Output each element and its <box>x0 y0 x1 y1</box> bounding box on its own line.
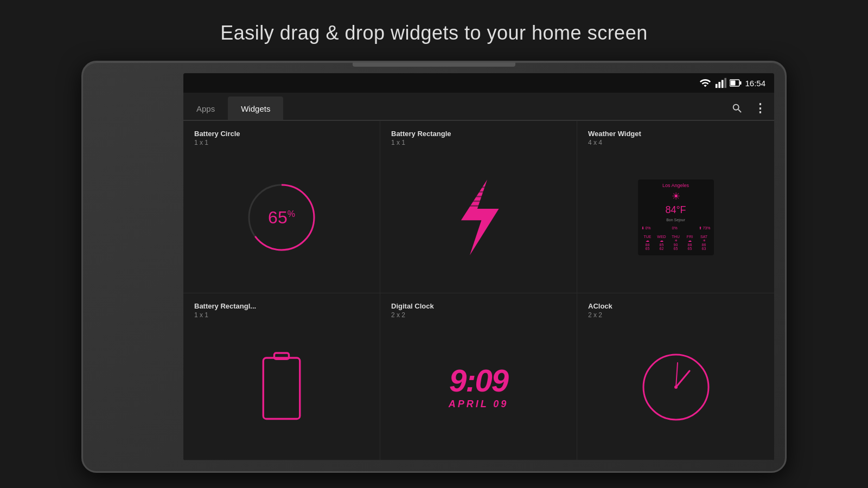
more-options-icon[interactable]: ⋮ <box>754 101 765 115</box>
widget-cell-battery-circle[interactable]: Battery Circle 1 x 1 65% <box>183 121 380 293</box>
digital-clock-date: APRIL 09 <box>449 399 509 410</box>
svg-rect-6 <box>731 81 736 86</box>
svg-rect-1 <box>719 82 721 88</box>
tablet-side-button-left <box>81 171 83 198</box>
svg-line-19 <box>676 363 678 387</box>
search-icon[interactable] <box>731 102 743 114</box>
weather-day-5: SAT☀8663 <box>698 235 711 251</box>
svg-rect-3 <box>725 78 727 88</box>
widget-preview-battery-outline <box>194 325 369 449</box>
widget-size-battery-circle: 1 x 1 <box>194 139 208 146</box>
widget-preview-weather: Los Angeles ☀ 84°F Bon Sejour ⬇ 0%0%⬆ 73… <box>588 153 763 282</box>
weather-sun-icon: ☀ <box>641 190 711 202</box>
analog-clock-svg <box>641 352 711 422</box>
svg-point-20 <box>674 386 678 389</box>
widget-size-weather: 4 x 4 <box>588 139 602 146</box>
battery-outline-svg <box>257 349 306 425</box>
battery-circle-text: 65% <box>268 208 295 228</box>
widget-preview-aclock <box>588 325 763 449</box>
widget-preview-lightning <box>391 153 566 282</box>
weather-day-1: TUE☁8865 <box>641 235 654 251</box>
weather-day-4: FRI☁8865 <box>684 235 697 251</box>
battery-circle-widget: 65% <box>244 179 320 255</box>
weather-day-2: WED☁8562 <box>655 235 668 251</box>
widget-size-battery-outline: 1 x 1 <box>194 311 208 319</box>
page-title: Easily drag & drop widgets to your home … <box>220 22 647 44</box>
weather-day-3: THU☀9065 <box>669 235 682 251</box>
svg-line-18 <box>676 371 690 387</box>
wifi-icon <box>699 77 711 89</box>
tab-actions: ⋮ <box>723 97 774 120</box>
widget-cell-aclock[interactable]: AClock 2 x 2 <box>577 293 774 460</box>
digital-clock-time: 9:09 <box>449 365 509 396</box>
widget-cell-digital-clock[interactable]: Digital Clock 2 x 2 9:09 APRIL 09 <box>380 293 577 460</box>
tablet-side-button-right <box>785 225 787 268</box>
widget-cell-battery-outline[interactable]: Battery Rectangl... 1 x 1 <box>183 293 380 460</box>
svg-rect-0 <box>716 84 718 88</box>
battery-status-icon <box>730 79 742 87</box>
weather-temp: 84°F <box>641 204 711 216</box>
widget-preview-digital-clock: 9:09 APRIL 09 <box>391 325 566 449</box>
svg-marker-9 <box>461 179 499 255</box>
tablet-screen: 16:54 Apps Widgets ⋮ Battery Circle 1 x … <box>183 73 774 460</box>
svg-rect-5 <box>740 81 742 85</box>
widget-cell-battery-rectangle[interactable]: Battery Rectangle 1 x 1 <box>380 121 577 293</box>
widget-name-battery-outline: Battery Rectangl... <box>194 302 256 310</box>
tab-divider <box>183 120 774 120</box>
tablet-frame: 16:54 Apps Widgets ⋮ Battery Circle 1 x … <box>81 61 787 473</box>
tablet-top-bar <box>353 62 515 67</box>
widget-name-battery-rectangle: Battery Rectangle <box>391 130 451 138</box>
weather-city: Los Angeles <box>641 183 711 188</box>
signal-icon <box>714 77 726 89</box>
weather-stats: ⬇ 0%0%⬆ 73% <box>641 226 711 230</box>
widget-size-battery-rectangle: 1 x 1 <box>391 139 405 146</box>
tab-widgets[interactable]: Widgets <box>228 97 283 120</box>
status-bar: 16:54 <box>183 73 774 93</box>
weather-subtitle: Bon Sejour <box>641 218 711 222</box>
widget-size-aclock: 2 x 2 <box>588 311 602 319</box>
status-time: 16:54 <box>745 79 765 88</box>
widget-preview-battery-circle: 65% <box>194 153 369 282</box>
svg-rect-16 <box>263 358 300 419</box>
widget-name-battery-circle: Battery Circle <box>194 130 240 138</box>
widget-name-aclock: AClock <box>588 302 612 310</box>
widget-name-digital-clock: Digital Clock <box>391 302 434 310</box>
widget-cell-weather[interactable]: Weather Widget 4 x 4 Los Angeles ☀ 84°F … <box>577 121 774 293</box>
weather-display: Los Angeles ☀ 84°F Bon Sejour ⬇ 0%0%⬆ 73… <box>638 179 714 255</box>
widget-size-digital-clock: 2 x 2 <box>391 311 405 319</box>
status-icons: 16:54 <box>699 77 765 89</box>
widget-name-weather: Weather Widget <box>588 130 641 138</box>
analog-clock-display <box>641 352 711 422</box>
tab-bar: Apps Widgets ⋮ <box>183 93 774 121</box>
widget-grid: Battery Circle 1 x 1 65% <box>183 121 774 460</box>
svg-rect-2 <box>722 80 724 88</box>
lightning-svg <box>446 177 511 258</box>
digital-clock-display: 9:09 APRIL 09 <box>449 365 509 410</box>
weather-forecast-grid: TUE☁8865 WED☁8562 THU☀9065 FRI☁8865 SAT☀… <box>641 235 711 251</box>
tab-apps[interactable]: Apps <box>183 97 228 120</box>
